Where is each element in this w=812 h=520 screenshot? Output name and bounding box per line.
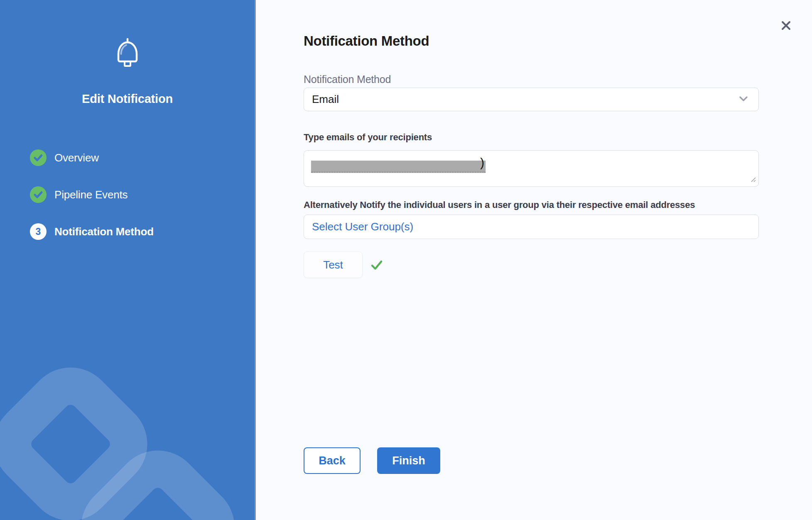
finish-button[interactable]: Finish — [377, 447, 440, 474]
resize-handle[interactable] — [750, 176, 756, 184]
step-number-badge: 3 — [30, 223, 47, 240]
step-label: Notification Method — [54, 225, 154, 238]
selected-method-value: Email — [312, 93, 339, 106]
panel-divider — [255, 0, 256, 520]
step-overview[interactable]: Overview — [30, 149, 154, 166]
step-label: Pipeline Events — [54, 188, 128, 201]
back-button[interactable]: Back — [304, 447, 361, 474]
close-button[interactable] — [776, 16, 795, 35]
chevron-down-icon — [738, 95, 748, 104]
bell-icon — [0, 37, 255, 67]
notification-method-label: Notification Method — [304, 73, 391, 85]
close-icon — [780, 20, 792, 31]
wizard-steps: Overview Pipeline Events 3 Notification … — [30, 149, 154, 240]
redacted-email-value — [311, 161, 486, 173]
step-complete-check-icon — [30, 149, 47, 166]
page-title: Notification Method — [304, 33, 429, 49]
recipients-label: Type emails of your recipients — [304, 132, 432, 143]
select-user-groups-field[interactable]: Select User Group(s) — [304, 215, 759, 239]
step-pipeline-events[interactable]: Pipeline Events — [30, 186, 154, 203]
test-button[interactable]: Test — [304, 251, 363, 278]
test-success-check-icon — [369, 257, 385, 275]
wizard-sidebar: Edit Notification Overview Pipeline Even… — [0, 0, 255, 520]
step-complete-check-icon — [30, 186, 47, 203]
select-user-groups-link: Select User Group(s) — [312, 220, 413, 233]
user-group-hint: Alternatively Notify the individual user… — [304, 200, 695, 210]
edit-notification-modal: Edit Notification Overview Pipeline Even… — [0, 0, 812, 520]
redacted-email-suffix: ) — [480, 156, 484, 170]
step-label: Overview — [54, 151, 99, 164]
wizard-title: Edit Notification — [0, 92, 255, 106]
recipients-textarea[interactable]: ) — [304, 150, 759, 187]
notification-method-select[interactable]: Email — [304, 88, 759, 111]
step-notification-method[interactable]: 3 Notification Method — [30, 223, 154, 240]
